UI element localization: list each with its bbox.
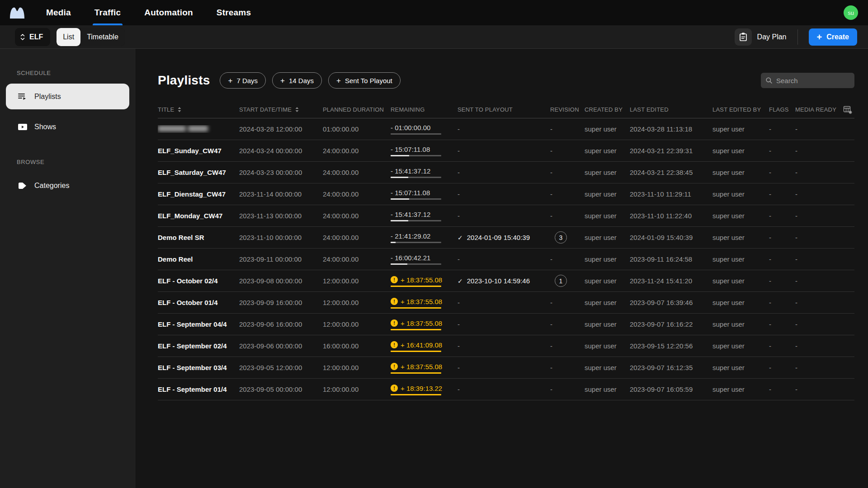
column-header-last-edited[interactable]: LAST EDITED <box>630 106 712 113</box>
remaining-value: - 16:00:42.21 <box>391 254 441 262</box>
playlist-title-cell[interactable]: ELF_Dienstag_CW47 <box>158 190 239 198</box>
table-row[interactable]: ELF - October 01/42023-09-09 16:00:0012:… <box>158 292 854 314</box>
column-header-remaining[interactable]: REMAINING <box>391 106 458 113</box>
playlist-title-cell[interactable]: ELF - September 04/4 <box>158 320 239 328</box>
flags-cell: - <box>769 190 795 198</box>
remaining-progress-bar <box>391 351 441 352</box>
table-gear-icon[interactable] <box>843 105 853 114</box>
sidebar-item-shows[interactable]: Shows <box>0 114 136 140</box>
column-header-revision[interactable]: REVISION <box>550 106 585 113</box>
last-edited-cell: 2024-03-21 22:38:45 <box>630 169 712 176</box>
nav-tab-media[interactable]: Media <box>44 0 73 25</box>
flags-cell: - <box>769 299 795 306</box>
column-header-last-edited-by[interactable]: LAST EDITED BY <box>712 106 769 113</box>
last-edited-cell: 2024-01-09 15:40:39 <box>630 234 712 241</box>
playlist-title-cell[interactable]: ELF - October 01/4 <box>158 299 239 306</box>
flags-cell: - <box>769 255 795 263</box>
column-header-planned-duration[interactable]: PLANNED DURATION <box>323 106 391 113</box>
playlist-title-cell[interactable]: ELF - September 03/4 <box>158 364 239 371</box>
revision-cell: - <box>550 320 585 328</box>
remaining-cell: - 15:41:37.12 <box>391 211 458 221</box>
day-plan-button[interactable]: Day Plan <box>735 28 787 46</box>
media-ready-cell: - <box>795 320 840 328</box>
column-header-label: LAST EDITED <box>630 106 669 113</box>
table-row[interactable]: Demo Reel2023-09-11 00:00:0024:00:00.00-… <box>158 249 854 270</box>
filter-7-days-button[interactable]: + 7 Days <box>220 72 266 89</box>
revision-cell: - <box>550 364 585 371</box>
warning-icon: ! <box>391 276 398 283</box>
remaining-cell: - 16:00:42.21 <box>391 254 458 265</box>
playlist-title-cell[interactable]: Demo Reel SR <box>158 234 239 241</box>
view-toggle-list[interactable]: List <box>57 28 80 46</box>
last-edited-cell: 2024-03-21 22:39:31 <box>630 147 712 155</box>
search-input[interactable] <box>776 77 850 84</box>
playlist-title-cell[interactable]: ELF - October 02/4 <box>158 277 239 285</box>
column-header-sent-to-playout[interactable]: SENT TO PLAYOUT <box>458 106 550 113</box>
filter-sent-to-playout-button[interactable]: + Sent To Playout <box>328 72 401 89</box>
column-header-flags[interactable]: FLAGS <box>769 106 795 113</box>
nav-tab-streams[interactable]: Streams <box>215 0 253 25</box>
playlist-title-cell[interactable]: ELF_Saturday_CW47 <box>158 169 239 176</box>
table-row[interactable]: Demo Reel SR2023-11-10 00:00:0024:00:00.… <box>158 227 854 249</box>
media-ready-cell: - <box>795 234 840 241</box>
remaining-value: - 15:41:37.12 <box>391 167 441 175</box>
column-header-label: LAST EDITED BY <box>712 106 761 113</box>
playlist-title-cell[interactable] <box>158 125 239 133</box>
planned-duration-cell: 12:00:00.00 <box>323 299 391 306</box>
playlist-title-cell[interactable]: ELF_Sunday_CW47 <box>158 147 239 155</box>
sent-to-playout-value: ✓2024-01-09 15:40:39 <box>458 234 550 241</box>
table-row[interactable]: ELF - September 04/42023-09-06 16:00:001… <box>158 314 854 335</box>
remaining-value: - 01:00:00.00 <box>391 124 441 131</box>
nav-tab-traffic[interactable]: Traffic <box>93 0 123 25</box>
planned-duration-cell: 24:00:00.00 <box>323 169 391 176</box>
remaining-value: !+ 18:39:13.22 <box>391 385 442 392</box>
table-row[interactable]: ELF - September 02/42023-09-06 00:00:001… <box>158 335 854 357</box>
sidebar-item-label: Playlists <box>34 93 61 101</box>
remaining-progress-bar <box>391 286 441 287</box>
table-row[interactable]: 2024-03-28 12:00:0001:00:00.00- 01:00:00… <box>158 118 854 140</box>
playlist-title-cell[interactable]: ELF - September 01/4 <box>158 385 239 393</box>
last-edited-by-cell: super user <box>712 320 769 328</box>
table-row[interactable]: ELF - September 03/42023-09-05 12:00:001… <box>158 357 854 379</box>
create-button[interactable]: + Create <box>809 28 858 46</box>
playlist-title-cell[interactable]: ELF_Monday_CW47 <box>158 212 239 220</box>
remaining-value: - 15:07:11.08 <box>391 189 441 197</box>
table-row[interactable]: ELF_Monday_CW472023-11-13 00:00:0024:00:… <box>158 205 854 227</box>
sort-icon[interactable] <box>177 107 182 113</box>
table-row[interactable]: ELF_Sunday_CW472024-03-24 00:00:0024:00:… <box>158 140 854 162</box>
channel-label: ELF <box>29 33 43 41</box>
nav-tab-automation[interactable]: Automation <box>142 0 195 25</box>
filter-14-days-button[interactable]: + 14 Days <box>272 72 322 89</box>
revision-cell: - <box>550 255 585 263</box>
column-header-created-by[interactable]: CREATED BY <box>585 106 630 113</box>
view-toggle-timetable[interactable]: Timetable <box>80 28 125 46</box>
created-by-cell: super user <box>585 169 630 176</box>
table-row[interactable]: ELF - September 01/42023-09-05 00:00:001… <box>158 379 854 400</box>
sort-icon[interactable] <box>295 107 299 113</box>
playlist-title-cell[interactable]: Demo Reel <box>158 255 239 263</box>
start-datetime-cell: 2024-03-23 00:00:00 <box>239 169 323 176</box>
tag-icon <box>17 182 28 190</box>
page-title: Playlists <box>158 73 210 88</box>
remaining-value: !+ 18:37:55.08 <box>391 298 442 305</box>
media-ready-cell: - <box>795 169 840 176</box>
table-row[interactable]: ELF - October 02/42023-09-08 00:00:0012:… <box>158 270 854 292</box>
remaining-value: - 21:41:29.02 <box>391 232 441 240</box>
column-header-title[interactable]: TITLE <box>158 106 239 113</box>
flags-cell: - <box>769 320 795 328</box>
flags-cell: - <box>769 342 795 350</box>
table-row[interactable]: ELF_Dienstag_CW472023-11-14 00:00:0024:0… <box>158 183 854 205</box>
remaining-cell: - 15:07:11.08 <box>391 189 458 200</box>
last-edited-cell: 2024-03-28 11:13:18 <box>630 125 712 133</box>
playlist-title-cell[interactable]: ELF - September 02/4 <box>158 342 239 350</box>
column-header-start-date-time[interactable]: START DATE/TIME <box>239 106 323 113</box>
table-row[interactable]: ELF_Saturday_CW472024-03-23 00:00:0024:0… <box>158 162 854 183</box>
app-logo-icon[interactable] <box>9 6 25 19</box>
planned-duration-cell: 01:00:00.00 <box>323 125 391 133</box>
user-avatar[interactable]: su <box>844 5 858 20</box>
column-header-media-ready[interactable]: MEDIA READY <box>795 106 840 113</box>
sidebar-item-categories[interactable]: Categories <box>0 173 136 198</box>
sidebar-item-playlists[interactable]: Playlists <box>6 84 129 109</box>
filter-label: 7 Days <box>236 77 258 84</box>
channel-selector[interactable]: ELF <box>15 28 50 46</box>
